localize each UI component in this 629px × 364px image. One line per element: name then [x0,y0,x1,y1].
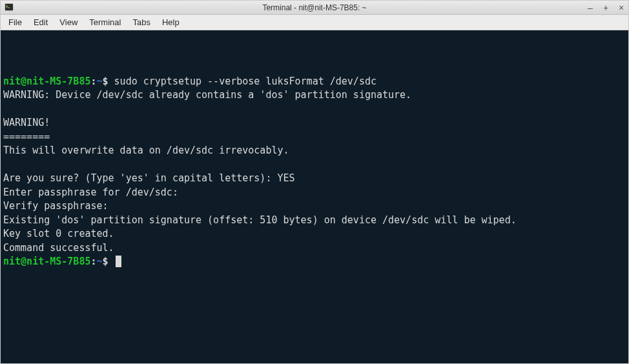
output-line [3,103,626,117]
menu-edit[interactable]: Edit [28,16,53,28]
menubar: File Edit View Terminal Tabs Help [1,15,628,30]
output-line: WARNING: Device /dev/sdc already contain… [3,88,626,103]
prompt-path: ~ [97,256,103,267]
cursor [116,256,121,267]
menu-tabs[interactable]: Tabs [127,16,155,28]
output-line: Enter passphrase for /dev/sdc: [3,186,626,200]
output-line: ======== [3,130,626,145]
terminal-body-wrap: nit@nit-MS-7B85:~$ sudo cryptsetup --ver… [1,30,628,363]
titlebar[interactable]: Terminal - nit@nit-MS-7B85: ~ – + × [1,1,628,15]
output-line: This will overwrite data on /dev/sdc irr… [3,144,626,158]
prompt-dollar: $ [103,256,114,267]
output-line: Command successful. [3,241,626,256]
terminal-icon [5,3,14,12]
menu-terminal[interactable]: Terminal [84,16,126,28]
menu-file[interactable]: File [3,16,27,28]
minimize-button[interactable]: – [586,1,595,15]
prompt-dollar: $ [103,76,114,87]
close-button[interactable]: × [617,1,626,15]
terminal-window: Terminal - nit@nit-MS-7B85: ~ – + × File… [0,0,629,364]
prompt-user-host: nit@nit-MS-7B85 [3,256,90,267]
maximize-button[interactable]: + [601,1,610,15]
prompt-line: nit@nit-MS-7B85:~$ [3,255,626,269]
output-line: Verify passphrase: [3,199,626,214]
menu-help[interactable]: Help [157,16,185,28]
prompt-user-host: nit@nit-MS-7B85 [3,76,90,87]
svg-rect-0 [5,4,13,11]
prompt-path: ~ [97,76,103,87]
prompt-sep: : [90,256,96,267]
output-line: Existing 'dos' partition signature (offs… [3,214,626,228]
prompt-sep: : [90,76,96,87]
scrollbar[interactable] [621,32,627,362]
menu-view[interactable]: View [54,16,83,28]
prompt-line: nit@nit-MS-7B85:~$ sudo cryptsetup --ver… [3,75,626,89]
terminal-body[interactable]: nit@nit-MS-7B85:~$ sudo cryptsetup --ver… [2,32,627,362]
output-line: Key slot 0 created. [3,227,626,241]
output-line: Are you sure? (Type 'yes' in capital let… [3,172,626,186]
window-controls: – + × [586,1,626,15]
command-text: sudo cryptsetup --verbose luksFormat /de… [114,76,376,87]
output-line [3,158,626,172]
window-title: Terminal - nit@nit-MS-7B85: ~ [262,3,366,12]
output-line: WARNING! [3,116,626,130]
